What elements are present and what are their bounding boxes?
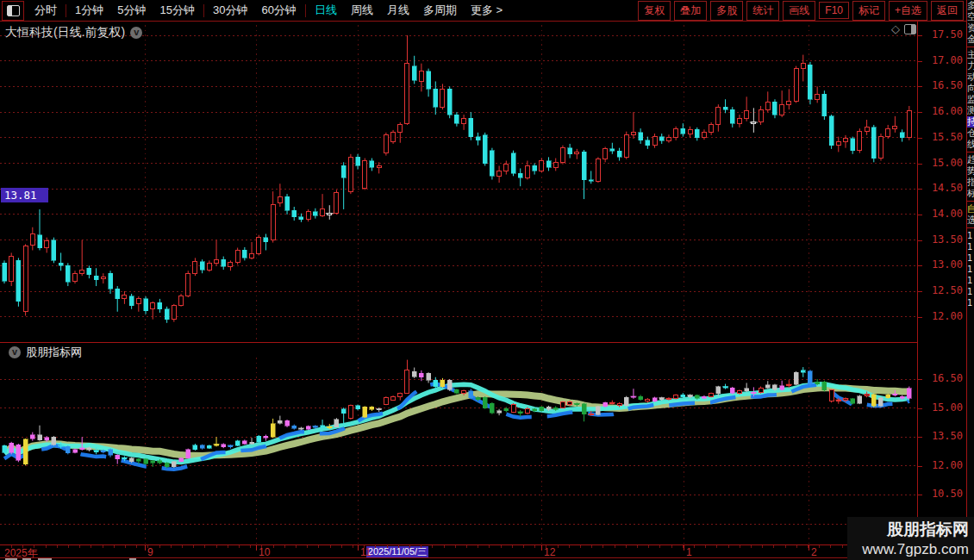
top-toolbar: 分时1分钟5分钟15分钟30分钟60分钟日线周线月线多周期更多 > 复权叠加多股…: [0, 0, 974, 22]
minor-tick: [204, 545, 205, 548]
minor-tick: [512, 545, 513, 548]
sidebar-item-sliver[interactable]: 1: [967, 286, 974, 297]
sidebar-item-sliver[interactable]: 监: [967, 94, 974, 105]
minor-tick: [103, 545, 103, 548]
sidebar-item-sliver[interactable]: 指: [967, 177, 974, 188]
watermark-url: www.7gpzb.com: [847, 540, 969, 558]
sidebar-item-sliver[interactable]: 势: [967, 165, 974, 177]
date-axis: 2025年 2025/11/05/三 910111212: [0, 544, 966, 558]
sidebar-item-sliver[interactable]: 多: [967, 0, 974, 11]
layout-split-icon: [7, 5, 20, 16]
period-item-3[interactable]: 5分钟: [110, 3, 153, 18]
sidebar-item-sliver[interactable]: 向: [967, 83, 974, 94]
layout-split-button[interactable]: [2, 1, 24, 21]
axis-tick: [918, 215, 922, 215]
minor-tick: [79, 545, 80, 548]
chevron-down-icon[interactable]: v: [130, 27, 142, 39]
toolbar-button-9[interactable]: 返回: [931, 1, 964, 21]
sidebar-item-sliver[interactable]: 标: [967, 188, 974, 199]
axis-tick: [918, 379, 922, 380]
chevron-down-icon[interactable]: v: [9, 346, 21, 358]
axis-tick: [918, 495, 922, 495]
minor-tick: [455, 545, 456, 548]
toolbar-button-6[interactable]: F10: [819, 2, 849, 19]
main-y-label: 12.50: [918, 284, 963, 296]
minor-tick: [375, 545, 376, 548]
main-candlestick-chart[interactable]: [0, 22, 917, 342]
minor-tick: [341, 545, 342, 548]
main-y-label: 15.50: [918, 131, 963, 143]
minor-tick: [648, 545, 649, 548]
period-item-7[interactable]: 日线: [308, 3, 344, 18]
period-item-1[interactable]: 分时: [28, 3, 64, 18]
sidebar-item-sliver[interactable]: 金: [967, 34, 974, 45]
price-badge: 13.81: [1, 188, 48, 202]
toolbar-separator: [66, 4, 66, 17]
toolbar-button-4[interactable]: 统计: [746, 1, 779, 21]
minor-tick: [57, 545, 58, 548]
minor-tick: [671, 545, 672, 548]
axis-tick: [918, 189, 922, 190]
minor-tick: [773, 545, 774, 548]
sidebar-divider: [967, 201, 974, 202]
sidebar-item-sliver[interactable]: 测: [967, 105, 974, 116]
sidebar-item-sliver[interactable]: 仓: [967, 128, 974, 139]
panel-toggle-icon[interactable]: [904, 24, 916, 34]
period-item-4[interactable]: 15分钟: [153, 3, 201, 18]
indicator-panel-header: v 股朋指标网: [3, 345, 82, 360]
month-label: 10: [259, 546, 270, 558]
sidebar-item-sliver[interactable]: 资: [967, 22, 974, 34]
sidebar-item-sliver[interactable]: 自: [967, 203, 974, 215]
minor-tick: [591, 545, 592, 548]
indicator-y-label: 10.50: [918, 488, 963, 500]
minor-tick: [193, 545, 194, 548]
sidebar-item-sliver[interactable]: 主: [967, 49, 974, 60]
minor-tick: [171, 545, 172, 548]
sidebar-item-sliver[interactable]: 持: [967, 116, 974, 128]
sidebar-item-sliver[interactable]: 1: [967, 241, 974, 252]
minor-tick: [296, 545, 297, 548]
diamond-icon[interactable]: ◇: [891, 22, 900, 35]
period-item-6[interactable]: 60分钟: [254, 3, 303, 18]
toolbar-button-1[interactable]: 复权: [638, 1, 671, 21]
sidebar-item-sliver[interactable]: 趋: [967, 154, 974, 165]
panel-divider: [0, 342, 966, 343]
month-label: 11: [360, 546, 371, 558]
minor-tick: [659, 545, 660, 548]
minor-tick: [216, 545, 217, 548]
sidebar-item-sliver[interactable]: 选: [967, 215, 974, 226]
period-item-5[interactable]: 30分钟: [206, 3, 254, 18]
minor-tick: [785, 545, 786, 548]
toolbar-button-3[interactable]: 多股: [710, 1, 743, 21]
indicator-chart[interactable]: [0, 358, 917, 544]
toolbar-button-8[interactable]: +自选: [889, 1, 927, 21]
month-tick: [541, 545, 542, 551]
sidebar-item-sliver[interactable]: 空: [967, 11, 974, 22]
minor-tick: [46, 545, 47, 548]
sidebar-item-sliver[interactable]: 力: [967, 60, 974, 72]
toolbar-button-7[interactable]: 标记: [852, 1, 885, 21]
minor-tick: [11, 545, 12, 548]
sidebar-item-sliver[interactable]: 1: [967, 230, 974, 241]
minor-tick: [603, 545, 603, 548]
sidebar-item-sliver[interactable]: 1: [967, 275, 974, 286]
sidebar-item-sliver[interactable]: 1: [967, 297, 974, 308]
axis-tick: [918, 112, 922, 113]
right-sidebar[interactable]: 多空资金主力动向监测持仓线趋势指标自选1111111: [966, 0, 974, 560]
toolbar-button-5[interactable]: 画线: [783, 1, 815, 21]
minor-tick: [796, 545, 797, 548]
sidebar-item-sliver[interactable]: 线: [967, 139, 974, 150]
minor-tick: [136, 545, 137, 548]
sidebar-item-sliver[interactable]: 1: [967, 252, 974, 264]
period-item-2[interactable]: 1分钟: [68, 3, 110, 18]
period-item-8[interactable]: 周线: [344, 3, 380, 18]
period-item-10[interactable]: 多周期: [416, 3, 464, 18]
toolbar-button-2[interactable]: 叠加: [674, 1, 707, 21]
period-item-11[interactable]: 更多 >: [464, 3, 509, 18]
period-menu: 分时1分钟5分钟15分钟30分钟60分钟日线周线月线多周期更多 >: [28, 3, 634, 18]
minor-tick: [34, 545, 34, 548]
period-item-9[interactable]: 月线: [380, 3, 416, 18]
sidebar-item-sliver[interactable]: 动: [967, 72, 974, 83]
month-tick: [256, 545, 257, 551]
sidebar-item-sliver[interactable]: 1: [967, 264, 974, 275]
